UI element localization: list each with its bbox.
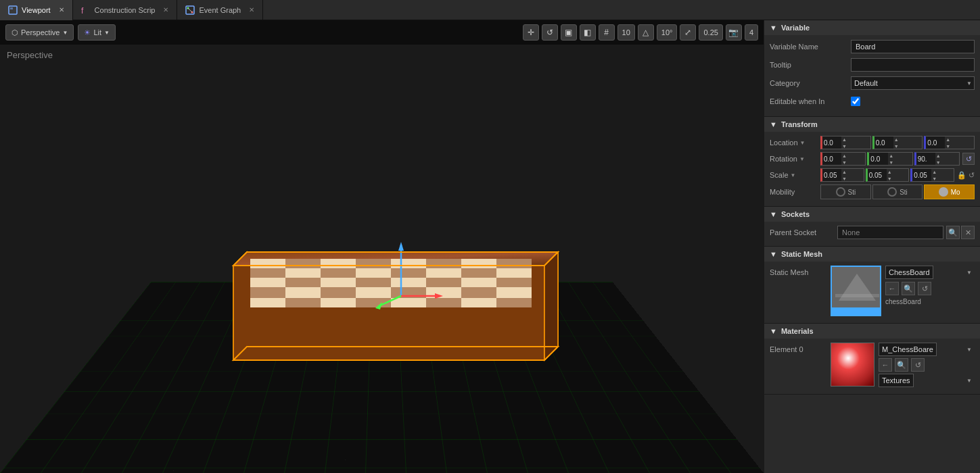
perspective-arrow: ▼ — [62, 30, 68, 36]
socket-search-btn[interactable]: 🔍 — [946, 226, 960, 239]
materials-section-header[interactable]: ▼ Materials — [764, 324, 980, 339]
transform-section-header[interactable]: ▼ Transform — [764, 117, 980, 132]
material-reset-btn[interactable]: ↺ — [911, 358, 925, 372]
scale-z-up[interactable]: ▲ — [931, 169, 937, 176]
material-dropdown[interactable]: M_ChessBoare — [879, 343, 937, 356]
refresh-icon-btn[interactable]: ↺ — [542, 24, 558, 41]
svg-marker-12 — [544, 252, 558, 360]
mobility-static2-btn[interactable]: Sti — [872, 184, 923, 199]
category-dropdown[interactable]: Default — [851, 76, 975, 90]
rotation-z-down[interactable]: ▼ — [935, 159, 941, 166]
scale-x-field: ▲ ▼ — [820, 168, 864, 182]
static-mesh-section-header[interactable]: ▼ Static Mesh — [764, 247, 980, 262]
chess-board-name: chessBoard — [885, 298, 975, 305]
rotation-x-down[interactable]: ▼ — [841, 159, 847, 166]
mesh-back-btn[interactable]: ← — [885, 282, 899, 295]
svg-marker-54 — [398, 242, 404, 251]
scale-x-up[interactable]: ▲ — [841, 169, 847, 176]
location-label: Location ▼ — [770, 139, 820, 147]
location-y-up[interactable]: ▲ — [893, 136, 900, 143]
scale-reset-icon[interactable]: ↺ — [969, 171, 975, 180]
layout-icon-btn[interactable]: ▣ — [561, 24, 577, 41]
scale-z-input[interactable] — [912, 169, 931, 181]
rotation-z-input[interactable] — [916, 153, 935, 165]
tab-construction[interactable]: f Construction Scrip ✕ — [73, 0, 178, 20]
scale-y-field: ▲ ▼ — [866, 168, 910, 182]
transform-icon-btn[interactable]: ✛ — [523, 24, 539, 41]
perspective-label: Perspective — [7, 50, 53, 60]
grid-snap-value: 10 — [622, 28, 630, 36]
location-y-down[interactable]: ▼ — [893, 143, 900, 150]
rotation-y-up[interactable]: ▲ — [888, 153, 894, 159]
triangle-icon-btn[interactable]: △ — [638, 24, 654, 41]
rotation-z-up[interactable]: ▲ — [935, 153, 941, 159]
rotation-dropdown-arrow: ▼ — [799, 156, 805, 162]
tooltip-input[interactable] — [851, 58, 975, 72]
scale-y-down[interactable]: ▼ — [887, 176, 893, 182]
location-z-arrows: ▲ ▼ — [945, 136, 951, 149]
tab-event-graph[interactable]: Event Graph ✕ — [177, 0, 263, 20]
location-x-up[interactable]: ▲ — [841, 136, 847, 143]
variable-name-input[interactable] — [851, 40, 975, 53]
location-z-down[interactable]: ▼ — [945, 143, 951, 150]
rotation-y-input[interactable] — [869, 153, 888, 165]
mesh-search-btn[interactable]: 🔍 — [902, 282, 915, 295]
grid-icon-btn[interactable]: # — [599, 24, 615, 41]
viewport-canvas[interactable]: Perspective — [0, 20, 764, 473]
tab-viewport-close[interactable]: ✕ — [59, 6, 64, 14]
tab-event-graph-close[interactable]: ✕ — [249, 6, 254, 14]
textures-dropdown-arrow: ▼ — [966, 378, 972, 384]
toolbar-right: ✛ ↺ ▣ ◧ # 10 △ 10° ⤢ 0.25 📷 4 — [523, 24, 758, 41]
svg-marker-43 — [461, 287, 496, 298]
variable-section-content: Variable Name Tooltip Category Defau — [764, 35, 980, 116]
scale-y-input[interactable] — [868, 169, 887, 181]
location-text: Location — [770, 139, 798, 147]
material-search-btn[interactable]: 🔍 — [895, 358, 908, 372]
mesh-dropdown[interactable]: ChessBoard — [885, 266, 933, 279]
svg-marker-44 — [496, 287, 532, 298]
variable-name-value — [851, 40, 975, 53]
svg-marker-24 — [356, 268, 391, 278]
location-z-input[interactable] — [926, 136, 945, 149]
sockets-section-header[interactable]: ▼ Sockets — [764, 207, 980, 222]
mobility-static1-btn[interactable]: Sti — [820, 184, 871, 199]
scale-suffix: 🔒 ↺ — [957, 171, 975, 180]
parent-socket-input[interactable] — [837, 226, 943, 239]
svg-marker-40 — [356, 287, 391, 298]
location-x-down[interactable]: ▼ — [841, 143, 847, 150]
location-x-input[interactable] — [822, 136, 841, 149]
mesh-reset-btn[interactable]: ↺ — [918, 282, 931, 295]
rotation-x-input[interactable] — [822, 153, 841, 165]
perspective-button[interactable]: ⬡ Perspective ▼ — [5, 24, 74, 41]
material-back-btn[interactable]: ← — [879, 358, 892, 372]
rotation-y-down[interactable]: ▼ — [888, 159, 894, 166]
grid-snap-btn[interactable]: 10 — [617, 24, 635, 41]
tab-construction-close[interactable]: ✕ — [163, 6, 168, 14]
view-icon-btn[interactable]: ◧ — [580, 24, 596, 41]
rotation-reset-btn[interactable]: ↺ — [962, 153, 975, 165]
scale-snap-btn[interactable]: 0.25 — [699, 24, 722, 41]
angle-snap-btn[interactable]: 10° — [657, 24, 678, 41]
socket-clear-btn[interactable]: ✕ — [961, 226, 975, 239]
svg-rect-1 — [10, 7, 13, 9]
textures-dropdown[interactable]: Textures — [879, 374, 914, 387]
scale-x-down[interactable]: ▼ — [841, 176, 847, 182]
scale-x-input[interactable] — [822, 169, 841, 181]
lit-button[interactable]: ☀ Lit ▼ — [78, 24, 116, 41]
rotation-x-up[interactable]: ▲ — [841, 153, 847, 159]
mesh-thumbnail — [831, 266, 881, 316]
scale-icon-btn[interactable]: ⤢ — [680, 24, 696, 41]
tab-viewport[interactable]: Viewport ✕ — [0, 0, 73, 20]
scale-z-down[interactable]: ▼ — [931, 176, 937, 182]
camera-speed-btn[interactable]: 4 — [745, 24, 758, 41]
camera-icon-btn[interactable]: 📷 — [726, 24, 742, 41]
location-y-input[interactable] — [874, 136, 893, 149]
location-z-up[interactable]: ▲ — [945, 136, 951, 143]
location-z-field: ▲ ▼ — [924, 136, 975, 149]
location-row: Location ▼ ▲ ▼ — [770, 136, 975, 149]
mobility-movable-btn[interactable]: Mo — [924, 184, 975, 199]
scale-y-up[interactable]: ▲ — [887, 169, 893, 176]
scale-lock-icon[interactable]: 🔒 — [957, 171, 966, 180]
editable-checkbox[interactable] — [851, 97, 860, 106]
variable-section-header[interactable]: ▼ Variable — [764, 20, 980, 35]
